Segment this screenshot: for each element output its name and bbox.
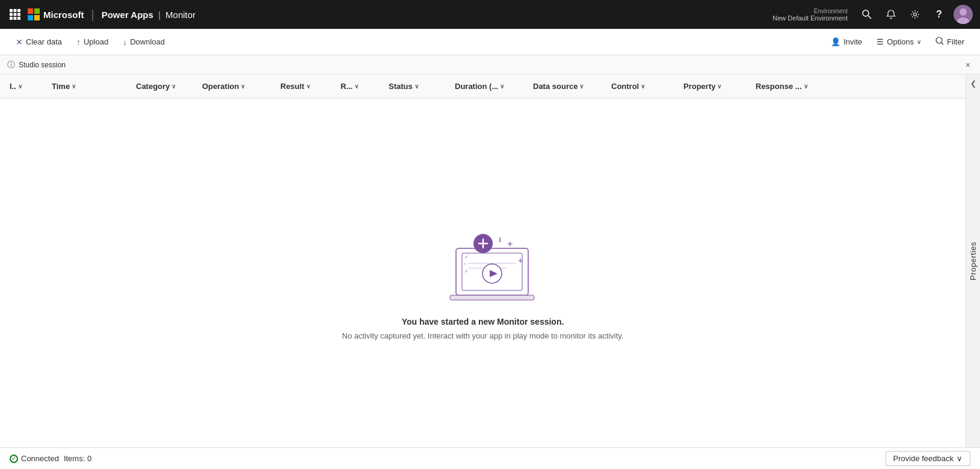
svg-rect-3 bbox=[10, 13, 13, 16]
chevron-down-icon: ∨ bbox=[804, 83, 808, 90]
svg-point-11 bbox=[914, 13, 917, 16]
chevron-down-icon: ∨ bbox=[241, 83, 245, 90]
svg-rect-19 bbox=[450, 295, 534, 300]
search-icon-btn[interactable] bbox=[857, 5, 877, 24]
connected-icon: ✓ bbox=[10, 455, 18, 463]
options-chevron-icon: ∨ bbox=[917, 38, 921, 45]
svg-rect-1 bbox=[14, 9, 17, 12]
filter-icon bbox=[935, 37, 944, 47]
svg-rect-2 bbox=[17, 9, 20, 12]
svg-point-13 bbox=[960, 8, 967, 16]
svg-point-15 bbox=[936, 37, 942, 43]
session-close-button[interactable]: × bbox=[963, 59, 973, 71]
col-header-control[interactable]: Control ∨ bbox=[606, 82, 679, 91]
col-header-category[interactable]: Category ∨ bbox=[131, 82, 197, 91]
waffle-icon[interactable] bbox=[7, 7, 23, 22]
empty-state: + + You have started a new Monitor sessi… bbox=[0, 99, 966, 447]
connected-label: Connected bbox=[21, 454, 59, 463]
svg-rect-8 bbox=[17, 17, 20, 20]
upload-icon: ↑ bbox=[76, 37, 81, 47]
panel-expand-icon: ❮ bbox=[970, 79, 976, 88]
microsoft-logo-text: Microsoft bbox=[28, 8, 84, 20]
session-bar: ⓘ Studio session × bbox=[0, 55, 980, 75]
environment-info: Environment New Default Environment bbox=[772, 8, 848, 22]
session-info-icon: ⓘ bbox=[7, 60, 15, 70]
chevron-down-icon: ∨ bbox=[717, 83, 721, 90]
col-header-duration[interactable]: Duration (... ∨ bbox=[450, 82, 528, 91]
app-name: Power Apps | Monitor bbox=[102, 10, 196, 20]
col-header-result[interactable]: Result ∨ bbox=[276, 82, 336, 91]
chevron-down-icon: ∨ bbox=[641, 83, 645, 90]
options-icon: ☰ bbox=[877, 37, 884, 46]
invite-button[interactable]: 👤 Invite bbox=[825, 34, 868, 50]
chevron-down-icon: ∨ bbox=[72, 83, 76, 90]
properties-label: Properties bbox=[969, 242, 978, 280]
svg-line-16 bbox=[941, 43, 943, 44]
svg-point-9 bbox=[863, 10, 869, 16]
col-header-property[interactable]: Property ∨ bbox=[679, 82, 751, 91]
empty-state-subtitle: No activity captured yet. Interact with … bbox=[342, 331, 624, 340]
col-header-time[interactable]: Time ∨ bbox=[47, 82, 131, 91]
properties-panel[interactable]: ❮ Properties bbox=[966, 75, 980, 447]
col-header-response[interactable]: Response ... ∨ bbox=[751, 82, 823, 91]
main-area: I.. ∨ Time ∨ Category ∨ Operation ∨ Resu… bbox=[0, 75, 980, 447]
col-header-r[interactable]: R... ∨ bbox=[336, 82, 384, 91]
svg-rect-0 bbox=[10, 9, 13, 12]
feedback-chevron-icon: ∨ bbox=[957, 454, 963, 463]
svg-rect-5 bbox=[17, 13, 20, 16]
chevron-down-icon: ∨ bbox=[171, 83, 176, 90]
upload-button[interactable]: ↑ Upload bbox=[70, 34, 114, 51]
invite-icon: 👤 bbox=[831, 37, 840, 46]
main-toolbar: ✕ Clear data ↑ Upload ↓ Download 👤 Invit… bbox=[0, 29, 980, 55]
col-header-operation[interactable]: Operation ∨ bbox=[197, 82, 276, 91]
settings-icon-btn[interactable] bbox=[905, 5, 925, 24]
download-icon: ↓ bbox=[123, 37, 127, 47]
chevron-down-icon: ∨ bbox=[414, 83, 419, 90]
empty-illustration: + + bbox=[423, 206, 543, 302]
help-icon-btn[interactable]: ? bbox=[929, 5, 949, 24]
avatar[interactable] bbox=[954, 5, 973, 24]
chevron-down-icon: ∨ bbox=[354, 83, 359, 90]
svg-text:+: + bbox=[507, 239, 513, 249]
empty-state-title: You have started a new Monitor session. bbox=[402, 317, 564, 326]
connection-status: ✓ Connected bbox=[10, 454, 59, 463]
table-container: I.. ∨ Time ∨ Category ∨ Operation ∨ Resu… bbox=[0, 75, 966, 447]
items-count: Items: 0 bbox=[64, 454, 91, 463]
col-header-datasource[interactable]: Data source ∨ bbox=[528, 82, 606, 91]
notifications-icon-btn[interactable] bbox=[881, 5, 901, 24]
col-header-status[interactable]: Status ∨ bbox=[384, 82, 450, 91]
svg-rect-6 bbox=[10, 17, 13, 20]
svg-rect-7 bbox=[14, 17, 17, 20]
clear-icon: ✕ bbox=[16, 37, 23, 47]
svg-line-10 bbox=[868, 16, 871, 19]
toolbar-right-actions: 👤 Invite ☰ Options ∨ Filter bbox=[825, 33, 970, 51]
clear-data-button[interactable]: ✕ Clear data bbox=[10, 34, 68, 51]
chevron-down-icon: ∨ bbox=[306, 83, 310, 90]
options-button[interactable]: ☰ Options ∨ bbox=[871, 34, 927, 50]
status-bar: ✓ Connected Items: 0 Provide feedback ∨ bbox=[0, 447, 980, 469]
download-button[interactable]: ↓ Download bbox=[117, 34, 171, 51]
topbar: Microsoft | Power Apps | Monitor Environ… bbox=[0, 0, 980, 29]
svg-text:+: + bbox=[518, 256, 523, 265]
microsoft-logo bbox=[28, 8, 40, 20]
table-header: I.. ∨ Time ∨ Category ∨ Operation ∨ Resu… bbox=[0, 75, 966, 99]
filter-button[interactable]: Filter bbox=[929, 33, 970, 51]
chevron-down-icon: ∨ bbox=[500, 83, 504, 90]
col-header-id[interactable]: I.. ∨ bbox=[5, 82, 47, 91]
svg-rect-4 bbox=[14, 13, 17, 16]
feedback-button[interactable]: Provide feedback ∨ bbox=[886, 451, 970, 466]
status-left: ✓ Connected Items: 0 bbox=[10, 454, 91, 463]
nav-divider: | bbox=[91, 8, 94, 22]
chevron-down-icon: ∨ bbox=[18, 83, 22, 90]
chevron-down-icon: ∨ bbox=[579, 83, 584, 90]
